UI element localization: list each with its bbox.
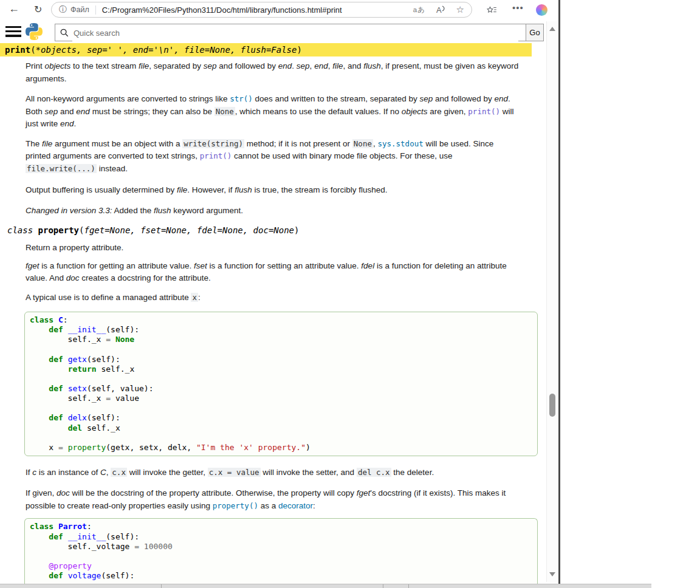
text-run: the deleter.	[391, 468, 434, 477]
text-run: flush	[154, 206, 171, 215]
text-run: end	[76, 107, 90, 116]
menu-icon[interactable]	[5, 26, 21, 37]
text-run: arguments.	[26, 74, 67, 83]
code-line	[30, 433, 537, 443]
inline-code: None	[352, 139, 373, 148]
text-run: 's docstring (if it exists). This makes …	[370, 488, 506, 497]
address-actions: aあ A ☆	[413, 4, 464, 15]
text-run: Return a property attribute.	[26, 243, 123, 252]
text-run: instead.	[97, 164, 128, 173]
text-run: flush	[363, 61, 381, 70]
text-run: The	[26, 139, 42, 148]
text-run: fset	[194, 261, 207, 270]
address-separator	[95, 5, 96, 15]
text-run: as a	[258, 501, 278, 510]
code-block-class-c: class C: def __init__(self): self._x = N…	[24, 312, 538, 456]
text-run: Print	[26, 61, 45, 70]
text-run: fget	[26, 261, 39, 270]
text-run: A typical use is to define a managed att…	[26, 293, 191, 302]
text-run: file	[139, 61, 149, 70]
text-run: fdel	[361, 261, 374, 270]
more-options-icon[interactable]: •••	[512, 2, 524, 13]
search-input[interactable]	[72, 25, 518, 41]
text-run: is an instance of	[36, 468, 100, 477]
code-line: def __init__(self):	[30, 325, 537, 335]
text-run: and followed by	[216, 61, 278, 70]
text-run: end	[495, 94, 509, 103]
text-run: is a function for deleting an attribute	[374, 261, 507, 270]
info-icon[interactable]: ⓘ	[59, 4, 67, 15]
text-run: If	[26, 468, 32, 477]
code-line: def voltage(self):	[30, 571, 537, 581]
text-run: :	[198, 293, 201, 302]
paragraph: Print objects to the text stream file, s…	[26, 60, 546, 85]
text-run: file	[332, 61, 343, 70]
inline-link[interactable]: print()	[200, 151, 232, 160]
inline-link[interactable]: property()	[213, 501, 258, 510]
file-permission-button[interactable]: Файл	[70, 5, 89, 14]
text-run: and followed by	[433, 94, 494, 103]
translate-icon[interactable]: aあ	[413, 5, 425, 15]
text-run: is a function for setting an attribute v…	[207, 261, 362, 270]
text-run: end	[314, 61, 328, 70]
text-run: doc	[57, 488, 70, 497]
text-run: file	[177, 185, 187, 194]
inline-link[interactable]: sys.stdout	[377, 139, 423, 148]
paragraph: Return a property attribute.	[26, 242, 546, 255]
paragraph: A typical use is to define a managed att…	[26, 292, 546, 304]
text-run: , and	[343, 61, 363, 70]
go-button[interactable]: Go	[526, 24, 544, 41]
inline-code: c.x = value	[208, 468, 261, 477]
text-run: sep	[297, 61, 310, 70]
back-icon[interactable]: ←	[9, 4, 19, 14]
text-run: print	[5, 45, 30, 55]
read-aloud-arc	[442, 5, 445, 12]
text-run: end	[278, 61, 292, 70]
browser-toolbar: ← ↻ ⓘ Файл C:/Program%20Files/Python311/…	[0, 0, 558, 21]
text-run: argument must be an object with a	[52, 139, 182, 148]
inline-link[interactable]: str()	[230, 94, 253, 103]
scroll-thumb[interactable]	[549, 394, 555, 417]
code-line	[30, 344, 537, 354]
text-run: is a function for getting an attribute v…	[39, 261, 194, 270]
text-run: objects	[45, 61, 71, 70]
browser-window: ← ↻ ⓘ Файл C:/Program%20Files/Python311/…	[0, 0, 560, 584]
text-run: must be strings; they can also be	[90, 107, 214, 116]
refresh-icon[interactable]: ↻	[34, 4, 42, 15]
code-line	[30, 403, 537, 413]
text-run: Both	[26, 107, 45, 116]
paragraph: If c is an instance of C, c.x will invok…	[26, 467, 546, 479]
code-block-parrot: class Parrot: def __init__(self): self._…	[24, 518, 538, 584]
inline-link[interactable]: decorator	[278, 501, 313, 510]
code-line: class Parrot:	[30, 522, 537, 532]
document-content: print(*objects, sep=' ', end='\n', file=…	[0, 43, 546, 584]
text-run: ,	[310, 61, 315, 70]
scroll-down-icon[interactable]	[549, 572, 555, 576]
docs-page: Go print(*objects, sep=' ', end='\n', fi…	[0, 20, 558, 584]
text-run: sep	[204, 61, 217, 70]
taskbar-divider	[408, 584, 409, 588]
read-aloud-icon[interactable]: A	[436, 5, 445, 15]
text-run: sep	[419, 94, 433, 103]
code-line: def getx(self):	[30, 355, 537, 364]
favorite-star-icon[interactable]: ☆	[456, 4, 464, 15]
code-line: def setx(self, value):	[30, 384, 537, 394]
text-run: objects	[402, 107, 428, 116]
python-logo[interactable]	[26, 23, 43, 43]
code-line: x = property(getx, setx, delx, "I'm the …	[30, 443, 537, 453]
text-run: Output buffering is usually determined b…	[26, 185, 177, 194]
copilot-icon[interactable]	[536, 4, 547, 16]
text-run: will be the docstring of the property at…	[70, 488, 357, 497]
vertical-scrollbar[interactable]	[546, 21, 558, 582]
text-run: Changed in version 3.3:	[26, 206, 112, 215]
address-bar[interactable]: ⓘ Файл C:/Program%20Files/Python311/Doc/…	[51, 2, 472, 18]
collections-icon[interactable]	[486, 5, 497, 18]
scroll-up-icon[interactable]	[549, 27, 555, 31]
text-run: fget=None, fset=None, fdel=None, doc=Non…	[84, 225, 294, 235]
inline-link[interactable]: print()	[468, 107, 500, 116]
text-run: .	[74, 119, 77, 128]
text-run: , which means to use the default values.…	[235, 107, 402, 116]
text-run: just write	[26, 119, 60, 128]
text-run: and	[58, 107, 76, 116]
changed-in-version-note: Changed in version 3.3: Added the flush …	[26, 205, 546, 217]
